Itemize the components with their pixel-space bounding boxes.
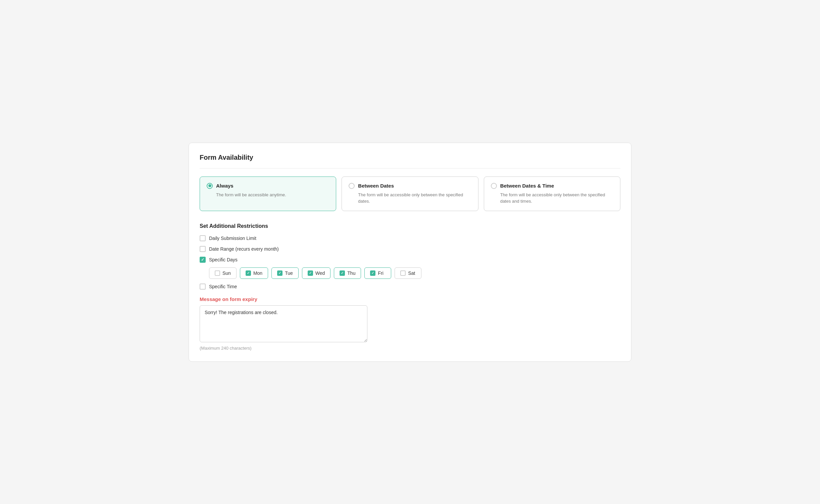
checkbox-specific-days[interactable] xyxy=(200,257,206,263)
day-label-sat: Sat xyxy=(408,270,415,276)
restriction-daily-submission: Daily Submission Limit xyxy=(200,235,620,241)
option-header-always: Always xyxy=(207,183,329,189)
option-label-between-dates-time: Between Dates & Time xyxy=(500,183,554,189)
day-btn-sun[interactable]: Sun xyxy=(209,267,237,279)
restriction-specific-days: Specific Days xyxy=(200,257,620,263)
day-checkbox-fri xyxy=(370,270,375,276)
option-label-always: Always xyxy=(216,183,234,189)
availability-option-between-dates[interactable]: Between Dates The form will be accessibl… xyxy=(342,177,478,211)
day-btn-thu[interactable]: Thu xyxy=(334,267,361,279)
day-btn-sat[interactable]: Sat xyxy=(395,267,421,279)
checkbox-date-range[interactable] xyxy=(200,246,206,252)
expiry-label: Message on form expiry xyxy=(200,296,620,302)
label-specific-days: Specific Days xyxy=(209,257,238,262)
day-checkbox-thu xyxy=(340,270,345,276)
day-btn-mon[interactable]: Mon xyxy=(240,267,268,279)
expiry-hint: (Maximum 240 characters) xyxy=(200,346,620,351)
day-label-thu: Thu xyxy=(347,270,355,276)
expiry-textarea[interactable]: Sorry! The registrations are closed. xyxy=(200,305,367,342)
option-label-between-dates: Between Dates xyxy=(358,183,394,189)
restriction-specific-time: Specific Time xyxy=(200,284,620,290)
option-desc-between-dates-time: The form will be accessible only between… xyxy=(500,192,613,205)
availability-option-between-dates-time[interactable]: Between Dates & Time The form will be ac… xyxy=(484,177,620,211)
restriction-specific-days-row: Specific Days Sun Mon Tue Wed xyxy=(200,257,620,279)
day-label-tue: Tue xyxy=(285,270,293,276)
label-daily-submission: Daily Submission Limit xyxy=(209,236,256,241)
card-title: Form Availability xyxy=(200,154,620,168)
day-checkbox-mon xyxy=(246,270,251,276)
day-checkbox-wed xyxy=(308,270,313,276)
day-btn-fri[interactable]: Fri xyxy=(364,267,391,279)
day-checkbox-sat xyxy=(400,270,406,276)
day-label-mon: Mon xyxy=(253,270,262,276)
checkbox-specific-time[interactable] xyxy=(200,284,206,290)
days-row: Sun Mon Tue Wed Thu xyxy=(209,267,620,279)
option-desc-between-dates: The form will be accessible only between… xyxy=(358,192,471,205)
option-desc-always: The form will be accessible anytime. xyxy=(216,192,329,198)
day-label-sun: Sun xyxy=(222,270,231,276)
day-btn-wed[interactable]: Wed xyxy=(302,267,331,279)
form-availability-card: Form Availability Always The form will b… xyxy=(189,143,631,362)
restrictions-section-title: Set Additional Restrictions xyxy=(200,223,620,229)
restriction-date-range: Date Range (recurs every month) xyxy=(200,246,620,252)
day-label-fri: Fri xyxy=(378,270,383,276)
day-label-wed: Wed xyxy=(315,270,325,276)
radio-always xyxy=(207,183,213,189)
label-date-range: Date Range (recurs every month) xyxy=(209,246,279,252)
radio-between-dates-time xyxy=(491,183,497,189)
day-btn-tue[interactable]: Tue xyxy=(271,267,299,279)
availability-option-always[interactable]: Always The form will be accessible anyti… xyxy=(200,177,336,211)
radio-between-dates xyxy=(349,183,355,189)
label-specific-time: Specific Time xyxy=(209,284,237,289)
option-header-between-dates-time: Between Dates & Time xyxy=(491,183,613,189)
day-checkbox-tue xyxy=(277,270,283,276)
option-header-between-dates: Between Dates xyxy=(349,183,471,189)
day-checkbox-sun xyxy=(215,270,220,276)
availability-options: Always The form will be accessible anyti… xyxy=(200,177,620,211)
checkbox-daily-submission[interactable] xyxy=(200,235,206,241)
